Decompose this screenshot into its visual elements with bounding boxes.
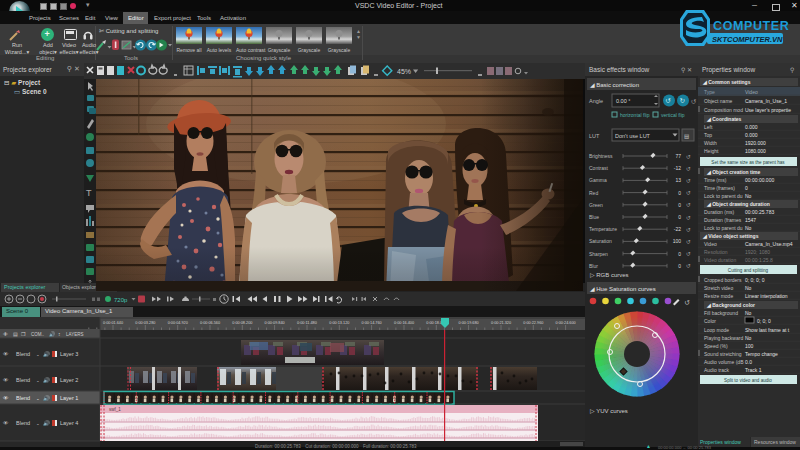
svg-text:77: 77 [675, 153, 681, 159]
svg-text:Red: Red [589, 190, 598, 196]
svg-text:0:00:06.560: 0:00:06.560 [200, 321, 220, 325]
svg-text:👁: 👁 [3, 420, 9, 426]
svg-text:Cutting and splitting: Cutting and splitting [728, 268, 769, 273]
svg-text:100: 100 [745, 343, 754, 349]
svg-text:Resolution: Resolution [704, 249, 728, 255]
svg-text:Green: Green [589, 202, 603, 208]
svg-text:Sharpen: Sharpen [589, 251, 608, 257]
svg-text:00:00:1:25.8: 00:00:1:25.8 [745, 257, 773, 263]
svg-text:◢ Basic correction: ◢ Basic correction [590, 82, 639, 88]
svg-text:Duration (ms): Duration (ms) [704, 209, 735, 215]
svg-text:↺: ↺ [686, 166, 691, 172]
svg-text:0; 0; 0; 0: 0; 0; 0; 0 [745, 277, 765, 283]
svg-text:0:00:03.280: 0:00:03.280 [135, 321, 155, 325]
svg-text:0.000: 0.000 [745, 132, 758, 138]
svg-text:↺: ↺ [686, 154, 691, 160]
svg-text:👁: 👁 [3, 331, 8, 337]
svg-text:👁: 👁 [3, 377, 9, 383]
svg-text:↺: ↺ [686, 202, 691, 208]
svg-text:00:00:25.783: 00:00:25.783 [745, 209, 774, 215]
svg-text:SKTCOMPUTER.VN: SKTCOMPUTER.VN [712, 35, 783, 44]
svg-text:Camera_In_Use.mp4: Camera_In_Use.mp4 [745, 241, 793, 247]
svg-text:Camera_In_Use_1: Camera_In_Use_1 [745, 98, 787, 104]
svg-text:↺: ↺ [686, 215, 691, 221]
svg-text:No: No [745, 285, 752, 291]
svg-text:▤: ▤ [684, 133, 689, 139]
svg-text:Top: Top [704, 132, 712, 138]
svg-text:Angle: Angle [589, 98, 603, 104]
svg-text:0:00:01.640: 0:00:01.640 [103, 321, 123, 325]
svg-text:Show last frame at t: Show last frame at t [745, 327, 790, 333]
svg-text:COM..: COM.. [31, 332, 44, 337]
svg-text:1080.000: 1080.000 [745, 148, 766, 154]
svg-text:0: 0 [678, 214, 681, 220]
svg-text:Lock to parent du: Lock to parent du [704, 193, 743, 199]
svg-text:0:00:09.840: 0:00:09.840 [265, 321, 285, 325]
svg-text:Stretch video: Stretch video [704, 285, 733, 291]
svg-text:↺: ↺ [686, 251, 691, 257]
svg-text:Blend: Blend [16, 420, 30, 426]
svg-text:↺: ↺ [686, 239, 691, 245]
svg-text:Playing backward: Playing backward [704, 335, 743, 341]
svg-text:Time (frames): Time (frames) [704, 185, 735, 191]
svg-text:Track 1: Track 1 [745, 367, 762, 373]
svg-text:0:00:13.120: 0:00:13.120 [329, 321, 349, 325]
svg-text:Split to video and audio: Split to video and audio [724, 378, 772, 383]
svg-text:0: 0 [678, 202, 681, 208]
svg-text:No: No [745, 335, 752, 341]
svg-text:Audio volume (dB: Audio volume (dB [704, 359, 744, 365]
svg-text:⌄: ⌄ [36, 396, 40, 401]
svg-text:0:00:21.320: 0:00:21.320 [491, 321, 511, 325]
svg-text:Duration (frames: Duration (frames [704, 217, 742, 223]
svg-text:↻: ↻ [680, 97, 685, 104]
svg-text:Use layer’s propertie: Use layer’s propertie [745, 107, 791, 113]
svg-text:◢ Coordinates: ◢ Coordinates [706, 116, 742, 122]
svg-text:0:00:14.760: 0:00:14.760 [362, 321, 382, 325]
svg-text:◢ Hue Saturation curves: ◢ Hue Saturation curves [590, 286, 656, 292]
svg-text:↺: ↺ [686, 227, 691, 233]
svg-text:0.000: 0.000 [745, 124, 758, 130]
svg-text:Saturation: Saturation [589, 238, 612, 244]
svg-text:Properties window: Properties window [702, 66, 755, 74]
svg-text:Left: Left [704, 124, 713, 130]
svg-text:13: 13 [675, 177, 681, 183]
svg-text:👁: 👁 [3, 395, 9, 401]
svg-text:0:00:22.960: 0:00:22.960 [523, 321, 543, 325]
svg-text:0:00:19.680: 0:00:19.680 [459, 321, 479, 325]
svg-text:No: No [745, 193, 752, 199]
svg-text:🔊: 🔊 [43, 394, 50, 402]
svg-text:Sound stretching: Sound stretching [704, 351, 742, 357]
svg-text:Basic effects window: Basic effects window [589, 66, 650, 73]
svg-text:Linear interpolation: Linear interpolation [745, 293, 788, 299]
svg-text:COMPUTER: COMPUTER [713, 19, 789, 33]
svg-text:👁: 👁 [3, 351, 9, 357]
svg-text:▷ YUV curves: ▷ YUV curves [590, 408, 628, 414]
svg-text:LAYERS: LAYERS [66, 332, 83, 337]
svg-text:↺: ↺ [686, 178, 691, 184]
svg-text:swf_1: swf_1 [109, 407, 121, 412]
svg-text:◢ Object drawing duration: ◢ Object drawing duration [706, 201, 770, 207]
svg-text:Gamma: Gamma [589, 177, 607, 183]
svg-text:0:00:16.400: 0:00:16.400 [394, 321, 414, 325]
svg-text:Blend: Blend [16, 395, 30, 401]
svg-text:1920; 1080: 1920; 1080 [745, 249, 770, 255]
svg-text:◢ Object creation time: ◢ Object creation time [706, 169, 761, 175]
svg-text:-22: -22 [674, 226, 681, 232]
svg-text:Time (ms): Time (ms) [704, 177, 727, 183]
svg-text:Cropped borders: Cropped borders [704, 277, 742, 283]
svg-text:↺: ↺ [686, 263, 691, 269]
svg-text:🔊: 🔊 [43, 350, 50, 358]
svg-text:↺: ↺ [684, 299, 690, 306]
svg-text:horizontal flip: horizontal flip [620, 112, 650, 118]
svg-text:Audio track: Audio track [704, 367, 730, 373]
svg-text:Blend: Blend [16, 351, 30, 357]
svg-text:Composition mod: Composition mod [704, 107, 743, 113]
svg-text:0.0: 0.0 [745, 359, 752, 365]
svg-text:Color: Color [704, 318, 716, 324]
svg-text:🔊: 🔊 [43, 376, 50, 384]
svg-text:Video: Video [745, 89, 758, 95]
svg-text:45%: 45% [397, 68, 411, 75]
svg-text:Layer 3: Layer 3 [60, 351, 78, 357]
svg-text:Lock to parent du: Lock to parent du [704, 225, 743, 231]
svg-text:Blur: Blur [589, 263, 598, 269]
